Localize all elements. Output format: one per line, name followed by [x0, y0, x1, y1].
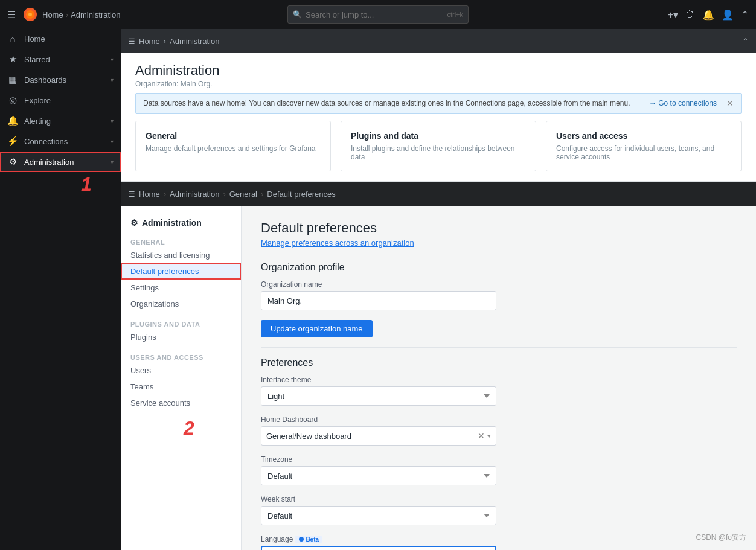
sidebar-link-organizations[interactable]: Organizations: [121, 296, 241, 312]
plugins-card[interactable]: Plugins and data Install plugins and def…: [341, 121, 536, 171]
sidebar-item-connections[interactable]: ⚡ Connections ▾: [0, 131, 121, 152]
chevron-down-icon: ▾: [111, 56, 114, 63]
language-search-input[interactable]: [262, 547, 495, 550]
chevron-down-icon: ▾: [111, 118, 114, 124]
sidebar-label-alerting: Alerting: [24, 117, 104, 126]
org-name-group: Organization name: [261, 280, 737, 310]
admin-gear-icon-sidebar: ⚙: [130, 218, 138, 228]
upper-body: Administration Organization: Main Org. D…: [121, 53, 756, 181]
sidebar-item-home[interactable]: ⌂ Home: [0, 29, 121, 49]
upper-admin-subtitle: Organization: Main Org.: [135, 80, 742, 88]
connections-icon: ⚡: [7, 136, 18, 147]
bc-home-lower[interactable]: Home: [139, 190, 160, 199]
go-to-connections-link[interactable]: → Go to connections: [649, 99, 717, 107]
alert-icon[interactable]: 🔔: [702, 9, 714, 21]
week-start-group: Week start Default Monday Sunday: [261, 495, 737, 525]
bc-general-lower[interactable]: General: [229, 190, 257, 199]
explore-icon: ◎: [7, 95, 18, 106]
upper-breadcrumb: ☰ Home › Administration ⌃: [121, 29, 756, 53]
general-section-label: General: [121, 235, 241, 247]
sidebar-item-alerting[interactable]: 🔔 Alerting ▾: [0, 110, 121, 131]
annotation-2: 2: [121, 416, 241, 438]
banner-close-icon[interactable]: ✕: [726, 98, 734, 108]
sidebar-item-administration[interactable]: ⚙ Administration ▾: [0, 152, 121, 172]
star-icon: ★: [7, 54, 18, 65]
clock-icon[interactable]: ⏱: [685, 9, 695, 20]
sidebar-link-service-accounts[interactable]: Service accounts: [121, 395, 241, 411]
sidebar-link-teams[interactable]: Teams: [121, 379, 241, 395]
lower-section: ⚙ Administration General Statistics and …: [121, 206, 756, 550]
plugins-card-desc: Install plugins and define the relations…: [351, 144, 526, 161]
update-org-button[interactable]: Update organization name: [261, 320, 373, 337]
chevron-down-icon: ▾: [111, 138, 114, 145]
collapse-upper-icon[interactable]: ⌃: [742, 37, 749, 46]
sidebar-item-starred[interactable]: ★ Starred ▾: [0, 49, 121, 69]
breadcrumb-top: Home › Administration: [42, 10, 120, 19]
bc-admin-lower[interactable]: Administration: [170, 190, 219, 199]
theme-select-wrapper: Light Dark System preference: [261, 386, 496, 406]
theme-select[interactable]: Light Dark System preference: [261, 386, 496, 406]
bc-default-prefs-lower[interactable]: Default preferences: [267, 190, 335, 199]
beta-badge: Beta: [295, 536, 322, 543]
page-title: Default preferences: [261, 220, 737, 236]
sidebar-link-settings[interactable]: Settings: [121, 280, 241, 296]
home-dashboard-row[interactable]: General/New dashboard ✕ ▾: [261, 426, 496, 446]
sidebar-label-explore: Explore: [24, 96, 114, 105]
admin-gear-icon: ⚙: [7, 156, 18, 167]
upper-admin-title: Administration: [135, 63, 742, 78]
org-name-input[interactable]: [261, 291, 496, 310]
timezone-label: Timezone: [261, 455, 737, 464]
lower-breadcrumb-bar: ☰ Home › Administration › General › Defa…: [121, 182, 756, 206]
sidebar-label-connections: Connections: [24, 137, 104, 146]
breadcrumb-home[interactable]: Home: [42, 10, 63, 19]
clear-home-dashboard-icon[interactable]: ✕: [478, 431, 485, 441]
page-description-link[interactable]: Manage preferences across an organizatio…: [261, 238, 737, 248]
upper-bc-home[interactable]: Home: [139, 37, 160, 46]
app-layout: ⌂ Home ★ Starred ▾ ▦ Dashboards ▾ ◎ Expl…: [0, 29, 756, 550]
sidebar-label-administration: Administration: [24, 158, 104, 167]
sidebar-item-dashboards[interactable]: ▦ Dashboards ▾: [0, 69, 121, 90]
week-start-select[interactable]: Default Monday Sunday: [261, 506, 496, 525]
users-card[interactable]: Users and access Configure access for in…: [546, 121, 742, 171]
upper-bc-admin[interactable]: Administration: [170, 37, 219, 46]
dashboards-icon: ▦: [7, 74, 18, 85]
timezone-select[interactable]: Default UTC Browser time: [261, 466, 496, 485]
main-content: ☰ Home › Administration ⌃ Administration…: [121, 29, 756, 550]
sidebar-link-default-preferences[interactable]: Default preferences: [121, 263, 241, 280]
breadcrumb-admin[interactable]: Administration: [71, 10, 120, 19]
theme-group: Interface theme Light Dark System prefer…: [261, 376, 737, 406]
org-profile-section-title: Organization profile: [261, 262, 737, 273]
sidebar-label-dashboards: Dashboards: [24, 75, 104, 85]
search-input[interactable]: [306, 10, 444, 19]
sidebar-link-statistics[interactable]: Statistics and licensing: [121, 247, 241, 263]
update-org-group: Update organization name: [261, 320, 737, 337]
sidebar-label-home: Home: [24, 34, 114, 43]
sidebar-item-explore[interactable]: ◎ Explore: [0, 90, 121, 110]
sidebar-link-plugins[interactable]: Plugins: [121, 329, 241, 345]
plus-icon[interactable]: +▾: [668, 9, 678, 21]
collapse-icon[interactable]: ⌃: [741, 9, 749, 21]
search-shortcut: ctrl+k: [447, 11, 463, 18]
breadcrumb-sep: ›: [66, 10, 68, 19]
general-card-title: General: [146, 131, 321, 141]
search-icon: 🔍: [293, 10, 302, 19]
chevron-down-icon: ▾: [487, 432, 491, 440]
timezone-group: Timezone Default UTC Browser time: [261, 455, 737, 485]
home-dashboard-label: Home Dashboard: [261, 415, 737, 424]
admin-section-plugins: Plugins and data Plugins: [121, 317, 241, 345]
language-input-wrapper[interactable]: 🔍: [261, 546, 496, 550]
general-card[interactable]: General Manage default preferences and s…: [135, 121, 331, 171]
home-icon: ⌂: [7, 34, 18, 44]
nav-right: +▾ ⏱ 🔔 👤 ⌃: [668, 9, 749, 21]
timezone-select-wrapper: Default UTC Browser time: [261, 466, 496, 485]
avatar-icon[interactable]: 👤: [722, 9, 734, 21]
divider: [261, 347, 737, 348]
left-sidebar: ⌂ Home ★ Starred ▾ ▦ Dashboards ▾ ◎ Expl…: [0, 29, 121, 550]
global-search-bar[interactable]: 🔍 ctrl+k: [287, 5, 469, 24]
theme-label: Interface theme: [261, 376, 737, 384]
language-group: Language Beta 🔍 Default English Françai: [261, 535, 737, 550]
sidebar-link-users[interactable]: Users: [121, 362, 241, 379]
hamburger-icon[interactable]: ☰: [7, 9, 16, 21]
users-card-desc: Configure access for individual users, t…: [556, 144, 731, 161]
admin-sidebar: ⚙ Administration General Statistics and …: [121, 206, 242, 550]
